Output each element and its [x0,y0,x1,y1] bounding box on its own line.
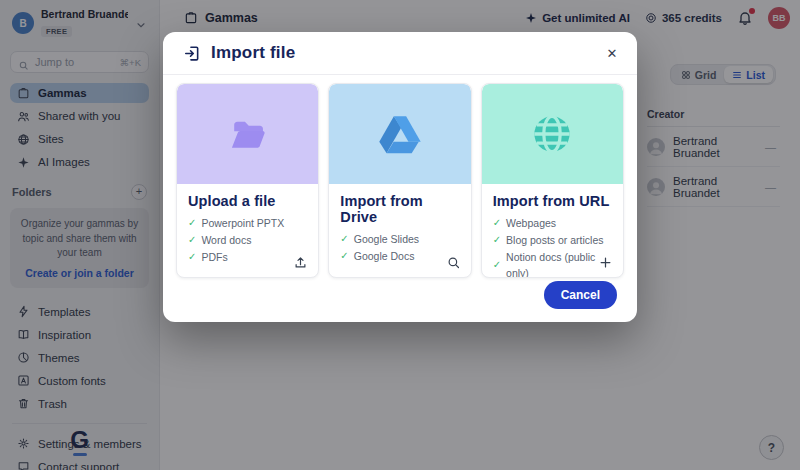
card-feature-label: Word docs [201,232,251,249]
card-body: Import from Drive✓Google Slides✓Google D… [329,184,470,265]
check-icon: ✓ [188,232,196,248]
card-feature-label: Powerpoint PPTX [201,215,284,232]
card-title: Import from Drive [340,193,459,225]
check-icon: ✓ [493,232,501,248]
card-title: Upload a file [188,193,307,209]
modal-title: Import file [211,43,295,63]
import-card-import-from-url[interactable]: Import from URL✓Webpages✓Blog posts or a… [481,83,624,278]
card-feature-item: ✓Notion docs (public only) [493,249,612,278]
close-icon[interactable]: ✕ [602,43,622,63]
import-card-import-from-drive[interactable]: Import from Drive✓Google Slides✓Google D… [328,83,471,278]
folder-icon [177,84,318,184]
check-icon: ✓ [188,249,196,265]
check-icon: ✓ [188,215,196,231]
import-card-upload-a-file[interactable]: Upload a file✓Powerpoint PPTX✓Word docs✓… [176,83,319,278]
card-feature-label: Google Docs [354,248,415,265]
card-feature-item: ✓Powerpoint PPTX [188,215,307,232]
modal-header: Import file [163,32,637,75]
plus-icon [598,255,613,270]
card-feature-item: ✓Google Docs [340,248,459,265]
cancel-button[interactable]: Cancel [544,281,617,309]
card-feature-item: ✓Blog posts or articles [493,232,612,249]
card-feature-item: ✓Word docs [188,232,307,249]
card-feature-label: Google Slides [354,231,419,248]
card-feature-label: Blog posts or articles [506,232,603,249]
import-file-modal: Import file ✕ Upload a file✓Powerpoint P… [163,32,637,322]
card-body: Upload a file✓Powerpoint PPTX✓Word docs✓… [177,184,318,265]
import-options: Upload a file✓Powerpoint PPTX✓Word docs✓… [163,75,637,278]
check-icon: ✓ [340,248,348,264]
upload-icon [293,255,308,270]
globe-fill-icon [482,84,623,184]
search-icon [446,255,461,270]
app-window: B Bertrand Bruandet's W... FREE Jump to … [0,0,800,470]
check-icon: ✓ [493,257,501,273]
card-feature-item: ✓Google Slides [340,231,459,248]
card-title: Import from URL [493,193,612,209]
card-feature-item: ✓PDFs [188,249,307,266]
card-feature-item: ✓Webpages [493,215,612,232]
import-icon [183,44,202,63]
card-feature-label: Webpages [506,215,556,232]
check-icon: ✓ [340,231,348,247]
card-feature-label: PDFs [201,249,227,266]
check-icon: ✓ [493,215,501,231]
card-feature-label: Notion docs (public only) [506,249,612,278]
drive-icon [329,84,470,184]
